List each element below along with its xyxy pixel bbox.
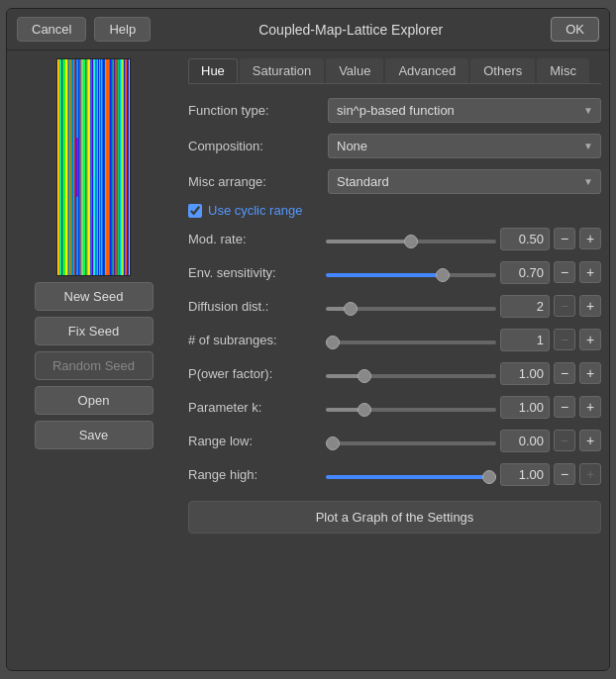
mod-rate-decrement[interactable]: − — [554, 228, 575, 249]
num-subranges-row: # of subranges: − + — [188, 325, 601, 354]
num-subranges-decrement: − — [554, 329, 575, 350]
cyclic-range-label[interactable]: Use cyclic range — [208, 203, 302, 218]
left-panel: New Seed Fix Seed Random Seed Open Save — [7, 50, 180, 670]
tab-hue[interactable]: Hue — [188, 58, 238, 83]
range-low-value[interactable] — [500, 430, 550, 452]
random-seed-button: Random Seed — [35, 351, 154, 380]
range-high-value[interactable] — [500, 463, 550, 486]
power-factor-increment[interactable]: + — [579, 362, 601, 384]
range-low-increment[interactable]: + — [579, 430, 601, 451]
mod-rate-slider-wrapper — [326, 232, 496, 246]
range-high-row: Range high: − + — [188, 459, 601, 489]
fix-seed-button[interactable]: Fix Seed — [35, 317, 154, 345]
tab-value[interactable]: Value — [326, 58, 383, 83]
function-type-select[interactable]: sin^p-based function Logistic Tent Gauss… — [328, 98, 601, 123]
range-high-slider[interactable] — [326, 475, 496, 479]
dialog-title: Coupled-Map-Lattice Explorer — [158, 22, 543, 38]
diffusion-dist-slider[interactable] — [326, 307, 496, 311]
cancel-button[interactable]: Cancel — [17, 17, 86, 42]
tab-saturation[interactable]: Saturation — [240, 58, 324, 83]
parameter-k-slider-wrapper — [326, 400, 496, 415]
mod-rate-value[interactable] — [500, 228, 550, 250]
diffusion-dist-row: Diffusion dist.: − + — [188, 291, 601, 321]
preview-image — [56, 58, 131, 276]
num-subranges-value[interactable] — [500, 329, 550, 351]
form-area: Function type: sin^p-based function Logi… — [188, 94, 601, 662]
num-subranges-label: # of subranges: — [188, 333, 322, 347]
env-sensitivity-slider[interactable] — [326, 273, 496, 277]
tab-advanced[interactable]: Advanced — [385, 58, 468, 83]
misc-arrange-label: Misc arrange: — [188, 174, 322, 189]
range-high-increment: + — [579, 463, 601, 485]
new-seed-button[interactable]: New Seed — [35, 282, 154, 311]
diffusion-dist-decrement: − — [554, 295, 575, 317]
parameter-k-increment[interactable]: + — [579, 396, 601, 418]
diffusion-dist-slider-wrapper — [326, 299, 496, 314]
title-bar: Cancel Help Coupled-Map-Lattice Explorer… — [7, 9, 609, 50]
composition-select[interactable]: None Linear Quadratic — [328, 134, 601, 158]
mod-rate-row: Mod. rate: − + — [188, 224, 601, 253]
parameter-k-slider[interactable] — [326, 408, 496, 412]
parameter-k-row: Parameter k: − + — [188, 392, 601, 422]
env-sensitivity-value[interactable] — [500, 261, 550, 284]
num-subranges-increment[interactable]: + — [579, 329, 601, 350]
env-sensitivity-row: Env. sensitivity: − + — [188, 257, 601, 287]
main-area: New Seed Fix Seed Random Seed Open Save … — [7, 50, 609, 670]
composition-row: Composition: None Linear Quadratic — [188, 130, 601, 161]
tabs-container: Hue Saturation Value Advanced Others Mis… — [188, 58, 601, 84]
composition-select-wrapper: None Linear Quadratic — [328, 134, 601, 158]
power-factor-slider[interactable] — [326, 374, 496, 378]
power-factor-label: P(ower factor): — [188, 366, 322, 381]
parameter-k-label: Parameter k: — [188, 400, 322, 415]
range-low-slider-wrapper — [326, 434, 496, 448]
misc-arrange-select[interactable]: Standard Random Ordered — [328, 169, 601, 194]
misc-arrange-select-wrapper: Standard Random Ordered — [328, 169, 601, 194]
function-type-select-wrapper: sin^p-based function Logistic Tent Gauss… — [328, 98, 601, 123]
open-button[interactable]: Open — [35, 386, 154, 415]
env-sensitivity-label: Env. sensitivity: — [188, 265, 322, 280]
composition-label: Composition: — [188, 139, 322, 153]
function-type-label: Function type: — [188, 103, 322, 118]
parameter-k-value[interactable] — [500, 396, 550, 419]
parameter-k-decrement[interactable]: − — [554, 396, 575, 418]
plot-graph-button[interactable]: Plot a Graph of the Settings — [188, 501, 601, 534]
help-button[interactable]: Help — [94, 17, 151, 42]
num-subranges-slider-wrapper — [326, 333, 496, 347]
cyclic-range-checkbox[interactable] — [188, 204, 202, 218]
mod-rate-label: Mod. rate: — [188, 232, 322, 246]
ok-button[interactable]: OK — [551, 17, 599, 42]
power-factor-value[interactable] — [500, 362, 550, 385]
misc-arrange-row: Misc arrange: Standard Random Ordered — [188, 165, 601, 197]
diffusion-dist-increment[interactable]: + — [579, 295, 601, 317]
right-panel: Hue Saturation Value Advanced Others Mis… — [180, 50, 609, 670]
power-factor-decrement[interactable]: − — [554, 362, 575, 384]
power-factor-slider-wrapper — [326, 366, 496, 381]
tab-misc[interactable]: Misc — [537, 58, 589, 83]
num-subranges-slider[interactable] — [326, 340, 496, 344]
diffusion-dist-value[interactable] — [500, 295, 550, 318]
diffusion-dist-label: Diffusion dist.: — [188, 299, 322, 314]
function-type-row: Function type: sin^p-based function Logi… — [188, 94, 601, 126]
range-low-slider[interactable] — [326, 441, 496, 445]
range-high-label: Range high: — [188, 467, 322, 482]
env-sensitivity-slider-wrapper — [326, 265, 496, 280]
range-low-decrement: − — [554, 430, 575, 451]
main-dialog: Cancel Help Coupled-Map-Lattice Explorer… — [6, 8, 610, 671]
mod-rate-slider[interactable] — [326, 240, 496, 243]
power-factor-row: P(ower factor): − + — [188, 358, 601, 388]
range-high-slider-wrapper — [326, 467, 496, 482]
preview-canvas — [57, 59, 130, 275]
tab-others[interactable]: Others — [470, 58, 535, 83]
range-low-label: Range low: — [188, 434, 322, 448]
range-low-row: Range low: − + — [188, 426, 601, 455]
env-sensitivity-increment[interactable]: + — [579, 261, 601, 283]
env-sensitivity-decrement[interactable]: − — [554, 261, 575, 283]
cyclic-range-row: Use cyclic range — [188, 201, 601, 220]
save-button[interactable]: Save — [35, 421, 154, 449]
range-high-decrement[interactable]: − — [554, 463, 575, 485]
mod-rate-increment[interactable]: + — [579, 228, 601, 249]
